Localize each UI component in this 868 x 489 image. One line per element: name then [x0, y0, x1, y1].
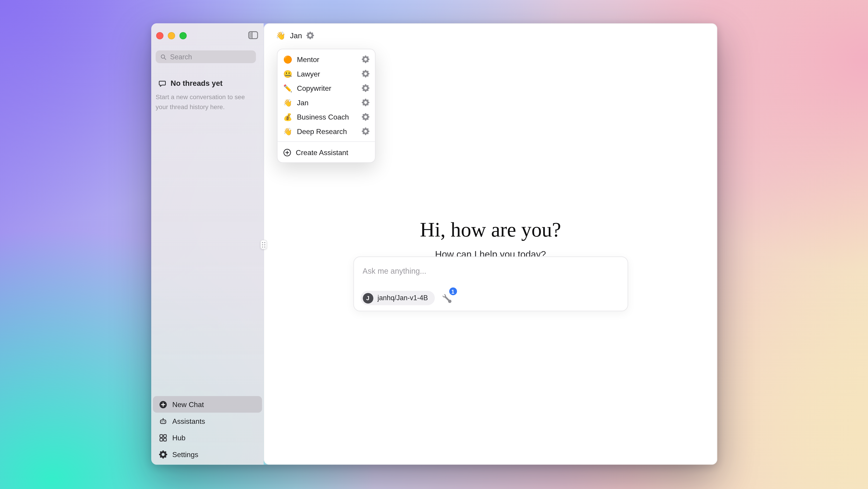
- sidebar: No threads yet Start a new conversation …: [151, 23, 264, 465]
- search-box[interactable]: [156, 51, 256, 63]
- assistant-menu-item-copywriter[interactable]: ✏️ Copywriter: [278, 81, 375, 95]
- assistant-emoji: 👋: [283, 98, 292, 106]
- new-chat-icon: [159, 400, 167, 409]
- sidebar-item-label: Settings: [172, 450, 198, 458]
- assistants-icon: [159, 417, 167, 425]
- assistant-menu-label: Lawyer: [297, 69, 357, 78]
- menu-divider: [278, 141, 375, 142]
- settings-icon: [159, 450, 167, 458]
- assistant-menu-label: Mentor: [297, 55, 357, 63]
- assistant-menu: 🟠 Mentor 🤐 Lawyer ✏️ Copywriter 👋 Jan: [277, 49, 376, 163]
- assistant-emoji: 🟠: [283, 55, 292, 63]
- greeting-title: Hi, how are you?: [264, 217, 717, 243]
- close-button[interactable]: [156, 32, 163, 39]
- sidebar-item-label: Assistants: [172, 417, 205, 425]
- sidebar-item-label: New Chat: [172, 400, 204, 409]
- search-input[interactable]: [170, 53, 251, 61]
- create-assistant-icon: [283, 149, 291, 157]
- chat-panel: 👋 Jan 🟠 Mentor 🤐 Lawyer ✏️: [264, 23, 717, 465]
- sidebar-item-label: Hub: [172, 433, 185, 442]
- search-icon: [160, 54, 167, 60]
- assistant-menu-label: Jan: [297, 98, 357, 106]
- assistant-settings-icon[interactable]: [362, 56, 370, 63]
- assistant-menu-label: Copywriter: [297, 84, 357, 92]
- tools-icon: [442, 294, 451, 303]
- assistant-emoji: ✏️: [283, 84, 292, 92]
- model-selector[interactable]: J janhq/Jan-v1-4B: [361, 291, 435, 305]
- assistant-settings-icon[interactable]: [362, 113, 370, 121]
- sidebar-item-assistants[interactable]: Assistants: [153, 413, 262, 429]
- assistant-selector-button[interactable]: 👋 Jan: [276, 31, 314, 40]
- assistant-settings-icon[interactable]: [362, 70, 370, 78]
- hub-icon: [159, 433, 167, 442]
- assistant-menu-label: Business Coach: [297, 113, 357, 121]
- zoom-button[interactable]: [180, 32, 187, 39]
- assistant-menu-label: Deep Research: [297, 127, 357, 135]
- sidebar-nav: New Chat Assistants Hub Settings: [153, 396, 262, 462]
- sidebar-resize-handle[interactable]: [260, 240, 267, 249]
- empty-state-title: No threads yet: [171, 79, 222, 88]
- assistant-menu-item-jan[interactable]: 👋 Jan: [278, 95, 375, 110]
- chat-input[interactable]: [363, 267, 618, 275]
- assistant-emoji: 👋: [276, 31, 285, 40]
- assistant-settings-icon[interactable]: [362, 99, 370, 106]
- composer: J janhq/Jan-v1-4B 1: [353, 256, 628, 311]
- threads-empty-state: No threads yet Start a new conversation …: [156, 79, 258, 112]
- create-assistant-button[interactable]: Create Assistant: [278, 145, 375, 161]
- desktop-background: No threads yet Start a new conversation …: [0, 0, 868, 489]
- sidebar-item-new-chat[interactable]: New Chat: [153, 396, 262, 412]
- minimize-button[interactable]: [168, 32, 175, 39]
- sidebar-item-settings[interactable]: Settings: [153, 446, 262, 462]
- assistant-menu-item-lawyer[interactable]: 🤐 Lawyer: [278, 66, 375, 81]
- assistant-settings-icon[interactable]: [307, 31, 314, 39]
- tools-count-badge: 1: [448, 287, 457, 296]
- model-name: janhq/Jan-v1-4B: [377, 294, 428, 302]
- assistant-emoji: 🤐: [283, 69, 292, 78]
- create-assistant-label: Create Assistant: [296, 149, 348, 157]
- chat-titlebar: 👋 Jan: [264, 24, 717, 47]
- assistant-menu-item-business-coach[interactable]: 💰 Business Coach: [278, 110, 375, 124]
- jan-app-window: No threads yet Start a new conversation …: [151, 23, 717, 465]
- sidebar-item-hub[interactable]: Hub: [153, 429, 262, 446]
- threads-icon: [158, 80, 166, 87]
- window-controls: [156, 32, 187, 39]
- assistant-emoji: 👋: [283, 127, 292, 135]
- model-avatar: J: [363, 293, 373, 303]
- tools-button[interactable]: 1: [442, 293, 454, 304]
- greeting: Hi, how are you? How can I help you toda…: [264, 217, 717, 262]
- composer-toolbar: J janhq/Jan-v1-4B 1: [361, 291, 454, 305]
- assistant-settings-icon[interactable]: [362, 127, 370, 135]
- assistant-settings-icon[interactable]: [362, 84, 370, 92]
- sidebar-toggle-icon[interactable]: [248, 31, 258, 39]
- empty-state-description: Start a new conversation to see your thr…: [156, 93, 258, 112]
- assistant-menu-item-mentor[interactable]: 🟠 Mentor: [278, 52, 375, 66]
- assistant-name: Jan: [290, 31, 302, 40]
- assistant-menu-item-deep-research[interactable]: 👋 Deep Research: [278, 124, 375, 139]
- assistant-emoji: 💰: [283, 113, 292, 121]
